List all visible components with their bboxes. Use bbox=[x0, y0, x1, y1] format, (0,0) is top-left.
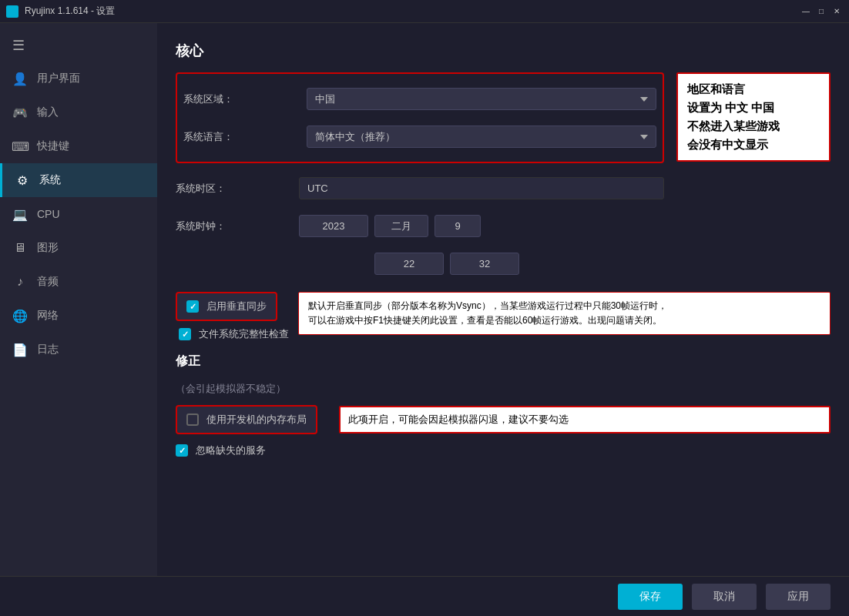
user-icon: 👤 bbox=[12, 71, 28, 86]
gear-icon: ⚙ bbox=[15, 172, 30, 188]
title-bar: Ryujinx 1.1.614 - 设置 — □ ✕ bbox=[0, 0, 849, 23]
region-select[interactable]: 中国 bbox=[307, 88, 656, 110]
hamburger-menu[interactable]: ☰ bbox=[0, 29, 157, 62]
devmem-annotation-text: 此项开启，可能会因起模拟器闪退，建议不要勾选 bbox=[348, 413, 569, 425]
region-row: 系统区域： 中国 bbox=[183, 80, 656, 118]
devmem-checkbox-box: 使用开发机的内存布局 bbox=[176, 405, 317, 434]
filesystem-checkbox-row: ✓ 文件系统完整性检查 bbox=[179, 327, 289, 341]
sidebar-item-graphics[interactable]: 🖥 图形 bbox=[0, 231, 157, 265]
annotation-line1: 地区和语言 bbox=[687, 80, 820, 99]
ignore-services-label: 忽略缺失的服务 bbox=[196, 444, 266, 457]
clock-year-input[interactable] bbox=[299, 215, 368, 237]
core-section-title: 核心 bbox=[176, 42, 831, 60]
core-card-row: 系统区域： 中国 系统语言： 简体中文（推荐） 系统时区： bbox=[176, 72, 831, 283]
sidebar-label-audio: 音频 bbox=[37, 275, 59, 289]
sidebar-label-log: 日志 bbox=[37, 343, 59, 357]
maximize-button[interactable]: □ bbox=[815, 7, 827, 16]
clock-label: 系统时钟： bbox=[176, 219, 299, 233]
clock-row: 系统时钟： bbox=[176, 207, 664, 245]
language-row: 系统语言： 简体中文（推荐） bbox=[183, 118, 656, 156]
timezone-input[interactable]: UTC bbox=[299, 177, 664, 199]
ignore-services-row: ✓ 忽略缺失的服务 bbox=[176, 440, 831, 460]
sidebar-label-network: 网络 bbox=[37, 309, 59, 323]
log-icon: 📄 bbox=[12, 342, 28, 357]
devmem-label: 使用开发机的内存布局 bbox=[206, 413, 307, 427]
region-highlighted: 系统区域： 中国 系统语言： 简体中文（推荐） bbox=[176, 72, 664, 163]
sidebar-item-log[interactable]: 📄 日志 bbox=[0, 333, 157, 367]
app-icon bbox=[6, 5, 18, 18]
network-icon: 🌐 bbox=[12, 308, 28, 323]
sidebar-label-input: 输入 bbox=[37, 105, 59, 119]
language-label: 系统语言： bbox=[183, 130, 307, 144]
sidebar-item-network[interactable]: 🌐 网络 bbox=[0, 299, 157, 333]
sidebar: ☰ 👤 用户界面 🎮 输入 ⌨ 快捷键 ⚙ 系统 💻 CPU 🖥 图形 ♪ 音频 bbox=[0, 23, 157, 616]
devmem-checkbox[interactable] bbox=[186, 413, 199, 426]
annotation-line2: 设置为 中文 中国 bbox=[687, 99, 820, 117]
clock-time-row bbox=[176, 245, 664, 283]
cancel-button[interactable]: 取消 bbox=[692, 584, 757, 610]
save-button[interactable]: 保存 bbox=[618, 584, 683, 610]
window-title: Ryujinx 1.1.614 - 设置 bbox=[25, 5, 115, 18]
devmem-annotation: 此项开启，可能会因起模拟器闪退，建议不要勾选 bbox=[339, 406, 831, 434]
annotation-line4: 会没有中文显示 bbox=[687, 136, 820, 154]
apply-button[interactable]: 应用 bbox=[766, 584, 831, 610]
sidebar-item-ui[interactable]: 👤 用户界面 bbox=[0, 62, 157, 95]
gamepad-icon: 🎮 bbox=[12, 105, 28, 120]
cpu-icon: 💻 bbox=[12, 206, 28, 222]
clock-hour-input[interactable] bbox=[374, 253, 444, 275]
vsync-checkbox[interactable]: ✓ bbox=[186, 300, 199, 313]
fix-section-title: 修正 bbox=[176, 353, 831, 370]
sidebar-item-input[interactable]: 🎮 输入 bbox=[0, 95, 157, 129]
fix-section: 修正 （会引起模拟器不稳定） 使用开发机的内存布局 此项开启，可能会因起模拟器闪… bbox=[176, 353, 831, 460]
sidebar-label-cpu: CPU bbox=[37, 208, 60, 220]
clock-minute-input[interactable] bbox=[450, 253, 519, 275]
clock-time-inputs bbox=[299, 253, 664, 275]
vsync-checkbox-box: ✓ 启用垂直同步 bbox=[176, 292, 277, 321]
clock-month-input[interactable] bbox=[374, 215, 428, 237]
window-controls: — □ ✕ bbox=[800, 7, 843, 16]
minimize-button[interactable]: — bbox=[800, 7, 812, 16]
sidebar-item-hotkeys[interactable]: ⌨ 快捷键 bbox=[0, 129, 157, 163]
app-body: ☰ 👤 用户界面 🎮 输入 ⌨ 快捷键 ⚙ 系统 💻 CPU 🖥 图形 ♪ 音频 bbox=[0, 23, 849, 616]
close-button[interactable]: ✕ bbox=[831, 7, 843, 16]
clock-inputs bbox=[299, 215, 664, 237]
filesystem-row: ✓ 文件系统完整性检查 bbox=[176, 327, 289, 341]
bottom-bar: 保存 取消 应用 bbox=[0, 576, 849, 616]
vsync-label: 启用垂直同步 bbox=[206, 300, 267, 313]
keyboard-icon: ⌨ bbox=[12, 139, 28, 154]
sidebar-label-hotkeys: 快捷键 bbox=[37, 139, 69, 153]
monitor-icon: 🖥 bbox=[12, 240, 28, 256]
vsync-annotation: 默认开启垂直同步（部分版本名称为Vsync），当某些游戏运行过程中只能30帧运行… bbox=[298, 292, 831, 335]
region-label: 系统区域： bbox=[183, 92, 307, 106]
fix-subtitle: （会引起模拟器不稳定） bbox=[176, 382, 831, 396]
clock-day-input[interactable] bbox=[435, 215, 481, 237]
annotation-line3: 不然进入某些游戏 bbox=[687, 117, 820, 136]
main-content: 核心 系统区域： 中国 系统语言： 简体中文（推荐） bbox=[157, 23, 849, 616]
sidebar-item-cpu[interactable]: 💻 CPU bbox=[0, 197, 157, 231]
sidebar-label-graphics: 图形 bbox=[37, 241, 59, 255]
devmem-row: 使用开发机的内存布局 此项开启，可能会因起模拟器闪退，建议不要勾选 bbox=[176, 405, 831, 434]
sidebar-label-ui: 用户界面 bbox=[37, 72, 80, 85]
sidebar-label-system: 系统 bbox=[39, 173, 61, 187]
timezone-label: 系统时区： bbox=[176, 182, 299, 196]
sidebar-item-system[interactable]: ⚙ 系统 bbox=[0, 163, 157, 197]
filesystem-label: 文件系统完整性检查 bbox=[199, 327, 289, 341]
audio-icon: ♪ bbox=[12, 274, 28, 290]
region-annotation: 地区和语言 设置为 中文 中国 不然进入某些游戏 会没有中文显示 bbox=[676, 72, 831, 162]
vsync-section: ✓ 启用垂直同步 ✓ 文件系统完整性检查 默认开启垂直同步（部分版本名称为Vsy… bbox=[176, 292, 831, 341]
core-form-area: 系统区域： 中国 系统语言： 简体中文（推荐） 系统时区： bbox=[176, 72, 664, 283]
vsync-annotation-text: 默认开启垂直同步（部分版本名称为Vsync），当某些游戏运行过程中只能30帧运行… bbox=[308, 300, 667, 326]
vsync-left: ✓ 启用垂直同步 ✓ 文件系统完整性检查 bbox=[176, 292, 289, 341]
ignore-services-checkbox[interactable]: ✓ bbox=[176, 444, 188, 457]
language-select[interactable]: 简体中文（推荐） bbox=[307, 126, 656, 148]
sidebar-item-audio[interactable]: ♪ 音频 bbox=[0, 265, 157, 299]
filesystem-checkbox[interactable]: ✓ bbox=[179, 328, 191, 340]
title-bar-left: Ryujinx 1.1.614 - 设置 bbox=[6, 5, 115, 18]
timezone-row: 系统时区： UTC bbox=[176, 169, 664, 207]
